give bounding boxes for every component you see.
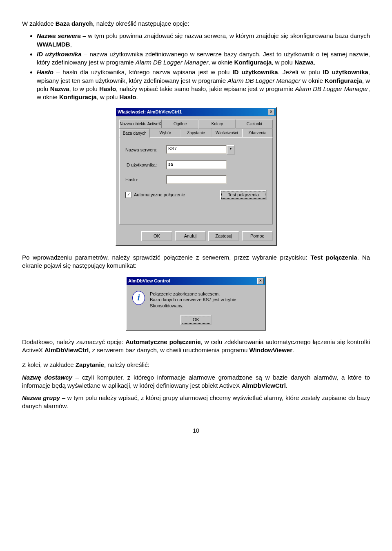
paragraph-1: W zakładce Baza danych, należy określić … — [22, 20, 370, 28]
tab-database[interactable]: Baza danych — [119, 129, 150, 138]
options-list: Nazwa serwera – w tym polu powinna znajd… — [22, 32, 370, 101]
tab-activex-name[interactable]: Nazwa obiektu ActiveX — [119, 120, 162, 129]
msgbox-title: AlmDbView Control — [128, 278, 170, 284]
tab-query[interactable]: Zapytanie — [180, 129, 211, 138]
dialog-button-row: OK Anuluj Zastosuj Pomoc — [116, 229, 276, 245]
tab-row-front: Baza danych Wybór Zapytanie Właściwości … — [119, 129, 273, 138]
message-box: AlmDbView Control × i Połączenie zakończ… — [126, 276, 266, 331]
list-item: Hasło – hasło dla użytkownika, którego n… — [37, 68, 370, 101]
tab-colors[interactable]: Kolory — [198, 120, 236, 129]
list-item: Nazwa serwera – w tym polu powinna znajd… — [37, 32, 370, 49]
paragraph-5: Nazwę dostawcy – czyli komputer, z które… — [22, 373, 370, 390]
tab-panel-database: Nazwa serwera: KS7 ▼ ID użytkownika: sa … — [119, 137, 273, 224]
paragraph-4: Z kolei, w zakładce Zapytanie, należy ok… — [22, 361, 370, 369]
list-item: ID użytkownika – nazwa użytkownika zdefi… — [37, 50, 370, 67]
chevron-down-icon[interactable]: ▼ — [227, 145, 235, 155]
page-number: 10 — [22, 427, 370, 435]
close-icon[interactable]: × — [268, 109, 274, 115]
tab-events[interactable]: Zdarzenia — [242, 129, 273, 138]
properties-dialog: Właściwości: AlmDbViewCtrl1 × Nazwa obie… — [115, 107, 277, 246]
dialog-title: Właściwości: AlmDbViewCtrl1 — [118, 109, 182, 115]
msgbox-text: Połączenie zakończone sukcesem. Baza dan… — [150, 291, 260, 309]
tab-properties[interactable]: Właściwości — [212, 129, 242, 138]
server-name-label: Nazwa serwera: — [125, 147, 166, 153]
user-id-input[interactable]: sa — [166, 160, 227, 169]
tab-selection[interactable]: Wybór — [150, 129, 180, 138]
tab-fonts[interactable]: Czcionki — [236, 120, 273, 129]
apply-button[interactable]: Zastosuj — [208, 231, 239, 241]
auto-connect-checkbox[interactable]: ✓ — [125, 192, 131, 198]
auto-connect-label: Automatyczne połączenie — [134, 192, 185, 198]
info-icon: i — [132, 291, 145, 305]
tab-row-back: Nazwa obiektu ActiveX Ogólne Kolory Czci… — [119, 120, 273, 129]
ok-button[interactable]: OK — [141, 231, 172, 241]
paragraph-2: Po wprowadzeniu parametrów, należy spraw… — [22, 253, 370, 270]
paragraph-6: Nazwa grupy – w tym polu należy wpisać, … — [22, 394, 370, 411]
server-name-input[interactable]: KS7 — [166, 145, 227, 154]
help-button[interactable]: Pomoc — [242, 231, 273, 241]
test-connection-button[interactable]: Test połączenia — [220, 190, 267, 200]
msgbox-titlebar: AlmDbView Control × — [127, 277, 265, 285]
user-id-label: ID użytkownika: — [125, 162, 166, 168]
paragraph-3: Dodatkowo, należy zaznaczyć opcję: Autom… — [22, 338, 370, 355]
close-icon[interactable]: × — [257, 278, 264, 284]
tab-general[interactable]: Ogólne — [162, 120, 199, 129]
msgbox-ok-button[interactable]: OK — [180, 315, 212, 325]
password-input[interactable] — [166, 175, 227, 184]
password-label: Hasło: — [125, 177, 166, 183]
cancel-button[interactable]: Anuluj — [175, 231, 206, 241]
dialog-titlebar: Właściwości: AlmDbViewCtrl1 × — [116, 108, 276, 116]
